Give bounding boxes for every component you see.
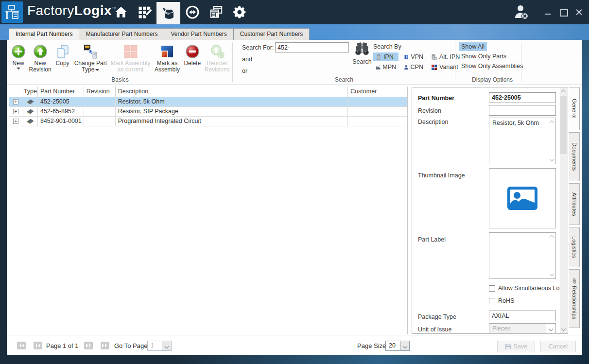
reports-windows-icon [209, 5, 224, 19]
scrollbar-up-icon[interactable] [561, 90, 566, 95]
chevron-down-icon[interactable] [546, 324, 555, 333]
page-size-select[interactable]: 20 [385, 341, 410, 351]
delete-button[interactable]: Delete [182, 41, 203, 73]
nav-reports[interactable] [204, 0, 228, 24]
minus-circle-icon [185, 42, 200, 60]
new-revision-button[interactable]: New Revision [28, 41, 52, 73]
search-by-ipn[interactable]: IPN [373, 52, 398, 61]
show-only-parts-option[interactable]: Show Only Parts [459, 52, 509, 61]
pink-window-icon [123, 42, 139, 60]
go-to-page-label: Go To Page [114, 342, 147, 349]
package-type-input[interactable] [489, 311, 556, 321]
scroll-down-icon[interactable] [550, 157, 554, 162]
nav-settings[interactable] [228, 0, 252, 24]
revision-input[interactable] [489, 105, 556, 116]
first-page-button[interactable] [17, 342, 26, 349]
mark-as-assembly-button[interactable]: Mark as Assembly [153, 41, 182, 73]
rohs-checkbox[interactable] [489, 298, 495, 304]
expand-row-button[interactable]: + [13, 99, 18, 104]
scroll-up-icon[interactable] [550, 121, 554, 125]
user-logout-icon[interactable] [512, 4, 530, 20]
new-dropdown-caret[interactable] [17, 68, 20, 69]
column-header-part-number[interactable]: Part Number [38, 87, 84, 97]
nav-production[interactable] [133, 0, 156, 24]
minimize-button[interactable] [542, 7, 554, 17]
cell-description: Resistor, 5k Ohm [116, 97, 348, 106]
ribbon-group-search: Search For: and or Search [234, 40, 454, 85]
part-label-textarea[interactable] [489, 232, 556, 279]
last-page-button[interactable] [101, 342, 109, 349]
allow-simultaneous-checkbox[interactable] [489, 285, 495, 292]
nav-materials[interactable] [156, 2, 180, 24]
table-row[interactable]: + 452-25005 Resistor, 5k Ohm [9, 97, 407, 107]
copy-button[interactable]: Copy [52, 41, 72, 73]
table-header-row: Type Part Number Revision Description Cu… [9, 87, 407, 97]
main-panel: New New Revision Copy [7, 40, 582, 355]
desk-icon [4, 4, 20, 20]
allow-simultaneous-label: Allow Simultaneous Lo [498, 285, 559, 292]
previous-page-button[interactable] [34, 342, 42, 349]
ribbon-separator [455, 42, 455, 82]
change-part-type-button[interactable]: Change Part Type [72, 41, 108, 73]
save-floppy-icon [505, 344, 511, 350]
detail-scrollbar[interactable] [560, 88, 567, 333]
tab-internal-part-numbers[interactable]: Internal Part Numbers [9, 28, 79, 40]
column-header-revision[interactable]: Revision [84, 87, 116, 97]
parts-table: Type Part Number Revision Description Cu… [9, 87, 408, 334]
search-for-input[interactable] [275, 42, 349, 52]
search-by-mpn[interactable]: MPN [373, 63, 398, 71]
scroll-up-icon[interactable] [550, 235, 554, 240]
side-tab-general[interactable]: General [569, 87, 580, 130]
scrollbar-thumb[interactable] [560, 96, 567, 154]
side-tab-attributes[interactable]: Attributes [569, 183, 580, 225]
cell-description: Programmed Integrated Circuit [116, 117, 348, 126]
go-to-page-select[interactable]: 1 [147, 341, 172, 351]
show-all-option[interactable]: Show All [459, 42, 487, 51]
cell-description: Resistor, SIP Package [116, 107, 348, 116]
close-button[interactable] [573, 7, 585, 17]
nav-home[interactable] [109, 0, 133, 24]
search-by-cpn[interactable]: CPN [401, 63, 426, 71]
column-header-type[interactable]: Type [23, 87, 38, 97]
save-button[interactable]: Save [497, 341, 535, 352]
thumbnail-image-box[interactable] [489, 168, 556, 228]
chevron-down-icon[interactable] [400, 341, 409, 350]
search-button[interactable]: Search [351, 42, 373, 65]
side-tab-relationships[interactable]: Relationships [569, 269, 580, 328]
cancel-button[interactable]: Cancel [540, 341, 576, 352]
tab-vendor-part-numbers[interactable]: Vendor Part Numbers [164, 28, 233, 40]
change-part-type-caret[interactable] [95, 69, 99, 71]
show-only-assemblies-option[interactable]: Show Only Assemblies [459, 62, 525, 70]
new-button[interactable]: New [9, 41, 28, 73]
expand-row-button[interactable]: + [13, 109, 18, 114]
description-label: Description [418, 119, 449, 125]
side-tab-logistics[interactable]: Logistics [569, 227, 580, 267]
or-label: or [242, 68, 247, 74]
scroll-down-icon[interactable] [550, 272, 554, 277]
unit-of-issue-select[interactable]: Pieces [489, 323, 556, 334]
display-options-group-label: Display Options [457, 76, 528, 83]
column-header-description[interactable]: Description [116, 87, 348, 97]
scrollbar-down-icon[interactable] [561, 327, 566, 331]
table-row[interactable]: + 8452-901-0001 Programmed Integrated Ci… [9, 117, 407, 126]
and-label: and [242, 56, 252, 63]
gear-icon [233, 5, 247, 19]
expand-row-button[interactable]: + [13, 119, 18, 124]
description-textarea[interactable]: Resistor, 5k Ohm [489, 118, 556, 164]
nav-transfer[interactable] [180, 0, 204, 24]
factorylogix-logo [1, 1, 23, 23]
package-type-label: Package Type [418, 313, 456, 320]
side-tab-documents[interactable]: Documents [569, 132, 580, 181]
column-header-customer[interactable]: Customer [348, 87, 407, 97]
cell-customer [348, 107, 407, 116]
search-by-variant[interactable]: Variant [429, 63, 461, 71]
search-by-vpn[interactable]: VPN [401, 52, 426, 61]
tab-customer-part-numbers[interactable]: Customer Part Numbers [234, 28, 310, 40]
part-number-input[interactable] [489, 92, 556, 103]
table-row[interactable]: + 452-65-8952 Resistor, SIP Package [9, 107, 407, 117]
maximize-button[interactable] [558, 7, 570, 17]
tab-manufacturer-part-numbers[interactable]: Manufacturer Part Numbers [79, 28, 164, 40]
window-controls [512, 0, 589, 24]
chevron-down-icon[interactable] [162, 341, 171, 350]
next-page-button[interactable] [84, 342, 93, 349]
